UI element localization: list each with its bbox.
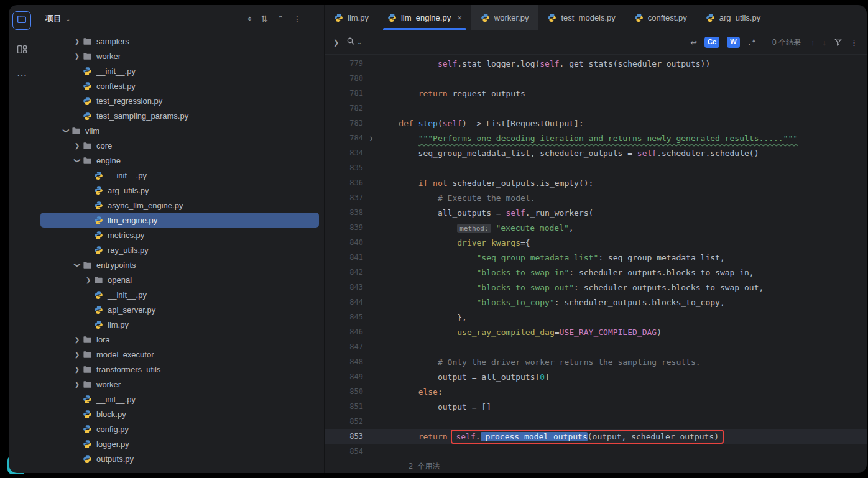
chevron-icon[interactable]: ❯ (74, 259, 81, 270)
chevron-icon[interactable]: ❯ (72, 381, 83, 388)
chevron-icon[interactable]: ❯ (72, 351, 83, 358)
find-input[interactable] (369, 35, 683, 50)
tab-llm_engine.py[interactable]: llm_engine.py× (378, 5, 471, 30)
code-text: "seq_group_metadata_list": seq_group_met… (379, 253, 867, 262)
tab-llm.py[interactable]: llm.py (325, 5, 378, 30)
chevron-icon[interactable]: ❯ (72, 53, 83, 60)
tree-item-__init__.py[interactable]: __init__.py (40, 392, 319, 407)
tree-item-async_llm_engine.py[interactable]: async_llm_engine.py (40, 198, 319, 213)
tree-item-label: test_regression.py (96, 96, 162, 106)
line-number: 845 (325, 313, 363, 321)
folder-icon (83, 52, 95, 61)
tree-item-worker[interactable]: ❯worker (40, 48, 319, 63)
code-line-850: 850 else: (325, 384, 867, 399)
chevron-icon[interactable]: ❯ (72, 38, 83, 45)
tree-item-__init__.py[interactable]: __init__.py (40, 63, 319, 78)
newline-icon[interactable]: ↩ (690, 39, 697, 47)
tab-worker.py[interactable]: worker.py (471, 5, 538, 30)
close-icon[interactable]: × (457, 13, 462, 22)
code-text: seq_group_metadata_list, scheduler_outpu… (379, 149, 867, 158)
tree-item-api_server.py[interactable]: api_server.py (40, 302, 319, 317)
tree-item-metrics.py[interactable]: metrics.py (40, 228, 319, 242)
more-tool-windows-icon[interactable]: ⋯ (15, 68, 29, 82)
tree-item-vllm[interactable]: ❯vllm (40, 123, 319, 138)
chevron-icon[interactable]: ❯ (83, 277, 94, 283)
tree-item-core[interactable]: ❯core (40, 138, 319, 153)
chevron-icon[interactable]: ❯ (74, 155, 81, 166)
code-line-840: 840 driver_kwargs={ (325, 235, 867, 250)
tree-item-config.py[interactable]: config.py (40, 421, 319, 436)
tree-item-worker[interactable]: ❯worker (40, 377, 319, 392)
code-text: all_outputs = self._run_workers( (379, 208, 867, 218)
find-more-icon[interactable]: ⋮ (850, 39, 858, 47)
words-toggle[interactable]: W (727, 37, 739, 47)
prev-match-icon[interactable]: ↑ (811, 39, 815, 47)
chevron-icon[interactable]: ❯ (72, 142, 83, 149)
line-number: 782 (325, 104, 363, 113)
project-panel-title[interactable]: 项目 (45, 13, 62, 24)
tree-item-block.py[interactable]: block.py (40, 407, 319, 421)
fold-arrow-icon[interactable]: ❯ (363, 135, 379, 142)
tree-item-label: conftest.py (96, 81, 136, 91)
next-match-icon[interactable]: ↓ (823, 39, 827, 47)
tree-item-samplers[interactable]: ❯samplers (40, 34, 319, 48)
tree-item-logger.py[interactable]: logger.py (40, 436, 319, 451)
chevron-icon[interactable]: ❯ (72, 366, 83, 373)
tree-item-test_regression.py[interactable]: test_regression.py (40, 93, 319, 108)
tree-item-transformers_utils[interactable]: ❯transformers_utils (40, 362, 319, 377)
chevron-icon[interactable]: ❯ (63, 125, 70, 136)
collapse-all-icon[interactable]: ⌃ (277, 14, 284, 23)
expand-replace-icon[interactable]: ❯ (333, 39, 339, 47)
tab-label: worker.py (494, 13, 529, 22)
tree-item-engine[interactable]: ❯engine (40, 153, 319, 168)
tree-item-ray_utils.py[interactable]: ray_utils.py (40, 242, 319, 257)
filter-icon[interactable] (834, 37, 843, 47)
tree-item-label: engine (96, 156, 121, 165)
tree-item-llm.py[interactable]: llm.py (40, 317, 319, 332)
tree-item-conftest.py[interactable]: conftest.py (40, 78, 319, 93)
tab-conftest.py[interactable]: conftest.py (625, 5, 696, 30)
code-line-854: 854 (325, 444, 867, 459)
tree-item-arg_utils.py[interactable]: arg_utils.py (40, 183, 319, 198)
expand-all-icon[interactable]: ⇅ (261, 14, 269, 23)
code-line-835: 835 (325, 160, 867, 175)
python-file-icon (94, 186, 106, 195)
locate-file-icon[interactable]: ⌖ (247, 14, 252, 23)
tree-item-__init__.py[interactable]: __init__.py (40, 287, 319, 302)
python-file-icon (94, 171, 106, 180)
tab-test_models.py[interactable]: test_models.py (538, 5, 624, 30)
project-tree: ❯samplers❯worker__init__.pyconftest.pyte… (35, 32, 324, 473)
match-case-toggle[interactable]: Cc (704, 37, 719, 47)
tree-item-lora[interactable]: ❯lora (40, 332, 319, 347)
code-line-845: 845 }, (325, 310, 867, 324)
code-text: def step(self) -> List[RequestOutput]: (379, 119, 867, 128)
tree-item-llm_engine.py[interactable]: llm_engine.py (40, 213, 319, 228)
chevron-icon[interactable]: ❯ (72, 336, 83, 343)
code-line-847: 847 (325, 339, 867, 354)
tree-item-test_sampling_params.py[interactable]: test_sampling_params.py (40, 108, 319, 123)
python-file-icon (706, 13, 715, 22)
tree-item-outputs.py[interactable]: outputs.py (40, 451, 319, 466)
code-text: """Performs one decoding iteration and r… (379, 134, 867, 143)
tree-item-label: entrypoints (96, 260, 136, 270)
tool-windows-layout-icon[interactable] (15, 42, 29, 56)
python-file-icon (83, 395, 95, 404)
project-tool-window-button[interactable] (12, 11, 31, 30)
tree-item-openai[interactable]: ❯openai (40, 272, 319, 287)
tree-item-__init__.py[interactable]: __init__.py (40, 168, 319, 183)
code-line-781: 781 return request_outputs (325, 86, 867, 101)
more-vertical-icon[interactable]: ⋮ (293, 14, 302, 23)
code-editor[interactable]: 779 self.stat_logger.log(self._get_stats… (325, 55, 867, 473)
tree-item-model_executor[interactable]: ❯model_executor (40, 347, 319, 362)
regex-toggle[interactable]: .* (747, 38, 756, 47)
search-mode-control[interactable]: ⌄ (346, 37, 362, 48)
tab-arg_utils.py[interactable]: arg_utils.py (696, 5, 770, 30)
line-number: 841 (325, 253, 363, 262)
hide-panel-icon[interactable]: ─ (310, 14, 316, 23)
tree-item-entrypoints[interactable]: ❯entrypoints (40, 257, 319, 272)
activity-bar: ⋯ (9, 5, 35, 473)
chevron-down-icon[interactable]: ⌄ (65, 16, 70, 22)
python-file-icon (634, 13, 644, 22)
code-line-782: 782 (325, 101, 867, 116)
code-line-841: 841 "seq_group_metadata_list": seq_group… (325, 250, 867, 265)
